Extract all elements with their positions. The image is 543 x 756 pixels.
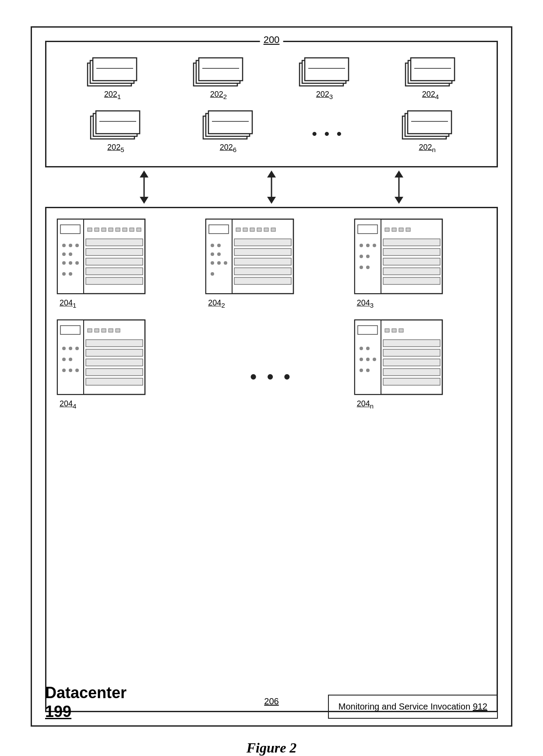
arrow-2 [263, 170, 280, 205]
svg-rect-73 [271, 228, 275, 231]
svg-point-64 [69, 272, 72, 276]
svg-point-79 [211, 244, 214, 247]
svg-point-138 [360, 347, 363, 350]
vm-202-4: 2024 [402, 55, 459, 100]
svg-rect-48 [130, 228, 134, 231]
svg-rect-129 [358, 326, 377, 334]
vm-202-n: 202n [399, 108, 456, 153]
svg-rect-50 [86, 239, 143, 246]
datacenter-outer-label: Datacenter 199 [45, 683, 127, 721]
svg-point-57 [75, 244, 79, 247]
server-dots: • • • [204, 318, 339, 410]
svg-rect-42 [88, 228, 92, 231]
svg-rect-114 [86, 340, 143, 347]
svg-marker-32 [140, 197, 148, 204]
svg-point-99 [360, 244, 363, 247]
svg-point-62 [75, 261, 79, 265]
svg-rect-91 [392, 228, 396, 231]
svg-point-59 [69, 252, 72, 256]
svg-rect-2 [93, 58, 137, 81]
vm-row-1: 2021 2022 [60, 55, 483, 100]
svg-point-103 [366, 255, 370, 258]
arrow-3 [390, 170, 408, 205]
figure-caption: Figure 2 [247, 740, 297, 756]
arrow-1 [135, 170, 153, 205]
svg-point-56 [69, 244, 72, 247]
svg-rect-67 [209, 225, 229, 234]
svg-rect-75 [234, 248, 291, 256]
svg-rect-98 [383, 277, 440, 284]
svg-rect-51 [86, 248, 143, 256]
svg-rect-68 [236, 228, 240, 231]
server-204-4-label: 2044 [60, 399, 76, 410]
svg-point-126 [75, 369, 79, 372]
server-204-4: 2044 [55, 318, 190, 410]
svg-rect-10 [305, 58, 349, 81]
vm-202-6-label: 2026 [220, 143, 236, 153]
svg-point-60 [62, 261, 66, 265]
svg-point-142 [373, 358, 376, 361]
svg-rect-134 [383, 349, 440, 356]
svg-rect-54 [86, 277, 143, 284]
svg-rect-49 [137, 228, 141, 231]
svg-rect-52 [86, 258, 143, 265]
svg-rect-6 [199, 58, 243, 81]
svg-rect-92 [399, 228, 403, 231]
svg-rect-76 [234, 258, 291, 265]
svg-point-83 [211, 261, 214, 265]
svg-rect-90 [385, 228, 389, 231]
cluster-box-200: 200 2021 [45, 41, 498, 167]
svg-marker-37 [395, 170, 403, 177]
svg-rect-135 [383, 359, 440, 366]
svg-rect-115 [86, 349, 143, 356]
svg-rect-43 [95, 228, 99, 231]
server-grid: 2041 [55, 217, 488, 409]
svg-rect-22 [208, 111, 252, 134]
svg-rect-18 [96, 111, 140, 134]
svg-rect-111 [102, 329, 106, 332]
monitoring-box: Monitoring and Service Invocation 912 [328, 695, 498, 719]
arrows-section [45, 167, 498, 207]
datacenter-206-label: 206 [264, 696, 279, 706]
svg-rect-108 [60, 326, 80, 334]
svg-rect-53 [86, 268, 143, 275]
vm-202-1: 2021 [84, 55, 141, 100]
svg-point-100 [366, 244, 370, 247]
svg-rect-78 [234, 277, 291, 284]
svg-rect-69 [243, 228, 247, 231]
vm-202-3-label: 2023 [316, 90, 333, 100]
svg-point-61 [69, 261, 72, 265]
svg-rect-45 [109, 228, 113, 231]
svg-rect-131 [392, 329, 396, 332]
server-204-3-label: 2043 [357, 298, 374, 309]
svg-rect-110 [95, 329, 99, 332]
datacenter-box-206: 2041 [45, 207, 498, 712]
server-204-2: 2042 [204, 217, 339, 309]
svg-rect-14 [411, 58, 455, 81]
svg-rect-70 [250, 228, 254, 231]
svg-rect-74 [234, 239, 291, 246]
server-204-2-label: 2042 [208, 298, 225, 309]
svg-rect-117 [86, 369, 143, 376]
svg-point-124 [62, 369, 66, 372]
svg-rect-47 [123, 228, 127, 231]
svg-point-144 [366, 369, 370, 372]
main-diagram: 200 2021 [31, 26, 512, 727]
svg-point-104 [360, 266, 363, 269]
svg-marker-31 [140, 170, 148, 177]
svg-rect-44 [102, 228, 106, 231]
svg-rect-72 [264, 228, 268, 231]
svg-rect-26 [408, 111, 451, 134]
svg-point-80 [217, 244, 221, 247]
svg-rect-97 [383, 268, 440, 275]
svg-point-55 [62, 244, 66, 247]
svg-point-143 [360, 369, 363, 372]
svg-rect-71 [257, 228, 261, 231]
svg-point-141 [366, 358, 370, 361]
svg-rect-94 [383, 239, 440, 246]
svg-point-84 [217, 261, 221, 265]
svg-point-122 [62, 358, 66, 361]
vm-row-2: 2025 2026 • • • [60, 108, 483, 153]
vm-dots: • • • [312, 119, 343, 142]
svg-rect-116 [86, 359, 143, 366]
